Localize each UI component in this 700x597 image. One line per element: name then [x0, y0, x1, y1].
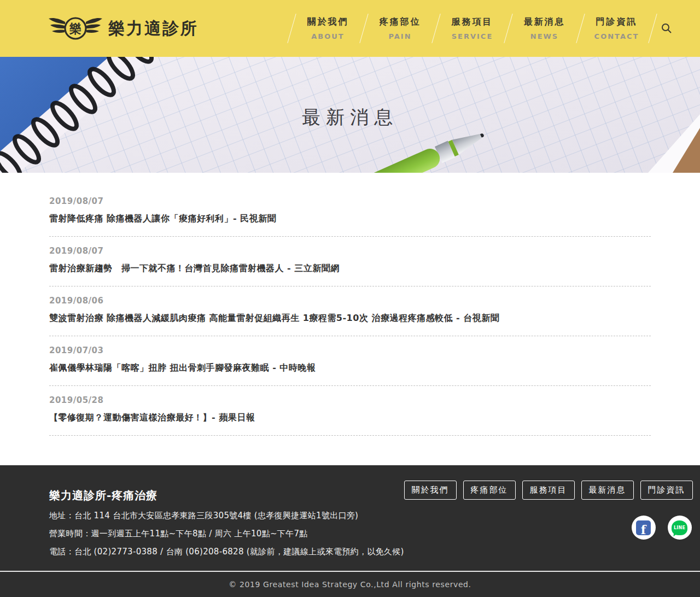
logo-character: 樂 — [69, 22, 81, 36]
footer-address: 地址：台北 114 台北市大安區忠孝東路三段305號4樓 (忠孝復興捷運站1號出… — [49, 511, 404, 521]
footer-button-about[interactable]: 關於我們 — [404, 481, 457, 500]
footer-right: 關於我們 疼痛部位 服務項目 最新消息 門診資訊 f LINE — [404, 465, 693, 571]
news-item[interactable]: 2019/08/07 雷射治療新趨勢 掃一下就不痛！台灣首見除痛雷射機器人 - … — [49, 237, 651, 286]
footer-button-pain[interactable]: 疼痛部位 — [463, 481, 516, 500]
main-nav: 關於我們 ABOUT 疼痛部位 PAIN 服務項目 SERVICE 最新消息 N… — [291, 13, 673, 44]
footer-info: 樂力適診所-疼痛治療 地址：台北 114 台北市大安區忠孝東路三段305號4樓 … — [49, 465, 404, 571]
news-title-link[interactable]: 雷射治療新趨勢 掃一下就不痛！台灣首見除痛雷射機器人 - 三立新聞網 — [49, 263, 651, 274]
news-item[interactable]: 2019/08/06 雙波雷射治療 除痛機器人減緩肌肉痠痛 高能量雷射促組織再生… — [49, 286, 651, 336]
news-title-link[interactable]: 崔佩儀學林瑞陽「喀喀」扭脖 扭出骨刺手腳發麻夜難眠 - 中時晚報 — [49, 362, 651, 374]
nav-label-en: ABOUT — [292, 32, 364, 40]
news-title-link[interactable]: 雷射降低疼痛 除痛機器人讓你「痠痛好利利」- 民視新聞 — [49, 213, 651, 225]
facebook-icon[interactable]: f — [632, 516, 656, 540]
nav-label-en: SERVICE — [436, 32, 508, 40]
line-icon[interactable]: LINE — [668, 516, 692, 540]
search-icon[interactable] — [661, 22, 673, 34]
news-date: 2019/07/03 — [49, 346, 651, 355]
page-title: 最新消息 — [0, 105, 700, 130]
copyright-bar: © 2019 Greatest Idea Strategy Co.,Ltd Al… — [0, 571, 700, 597]
nav-label-zh: 最新消息 — [509, 16, 580, 28]
news-date: 2019/05/28 — [49, 395, 651, 405]
social-links: f LINE — [632, 516, 692, 540]
news-item[interactable]: 2019/07/03 崔佩儀學林瑞陽「喀喀」扭脖 扭出骨刺手腳發麻夜難眠 - 中… — [49, 336, 651, 386]
news-date: 2019/08/07 — [49, 196, 651, 206]
nav-label-zh: 關於我們 — [292, 16, 364, 28]
site-header: 樂 樂力適診所 關於我們 ABOUT 疼痛部位 PAIN 服務項目 SERVIC… — [0, 0, 700, 57]
news-list: 2019/08/07 雷射降低疼痛 除痛機器人讓你「痠痛好利利」- 民視新聞 2… — [0, 173, 700, 465]
news-item[interactable]: 2019/08/07 雷射降低疼痛 除痛機器人讓你「痠痛好利利」- 民視新聞 — [49, 187, 651, 237]
nav-label-zh: 疼痛部位 — [364, 16, 436, 28]
news-item[interactable]: 2019/05/28 【零修復期？運動傷害這樣治療最好！】- 蘋果日報 — [49, 386, 651, 436]
news-title-link[interactable]: 【零修復期？運動傷害這樣治療最好！】- 蘋果日報 — [49, 412, 651, 424]
footer-heading: 樂力適診所-疼痛治療 — [49, 488, 404, 503]
winged-emblem-icon: 樂 — [48, 15, 103, 42]
news-date: 2019/08/07 — [49, 246, 651, 256]
nav-item-contact[interactable]: 門診資訊 CONTACT — [581, 13, 652, 44]
news-title-link[interactable]: 雙波雷射治療 除痛機器人減緩肌肉痠痛 高能量雷射促組織再生 1療程需5-10次 … — [49, 313, 651, 324]
nav-item-about[interactable]: 關於我們 ABOUT — [292, 13, 364, 44]
footer-button-service[interactable]: 服務項目 — [522, 481, 575, 500]
nav-item-service[interactable]: 服務項目 SERVICE — [436, 13, 508, 44]
site-footer: 樂力適診所-疼痛治療 地址：台北 114 台北市大安區忠孝東路三段305號4樓 … — [0, 465, 700, 571]
footer-button-contact[interactable]: 門診資訊 — [640, 481, 693, 500]
facebook-f-glyph: f — [641, 524, 646, 535]
hero-banner: 最新消息 — [0, 57, 700, 173]
footer-hours: 營業時間：週一到週五上午11點~下午8點 / 周六 上午10點~下午7點 — [49, 529, 404, 539]
nav-item-pain[interactable]: 疼痛部位 PAIN — [364, 13, 436, 44]
copyright-text: © 2019 Greatest Idea Strategy Co.,Ltd Al… — [229, 580, 471, 589]
nav-label-en: NEWS — [509, 32, 580, 40]
nav-label-zh: 門診資訊 — [581, 16, 652, 28]
nav-item-news[interactable]: 最新消息 NEWS — [509, 13, 580, 44]
clinic-name: 樂力適診所 — [108, 17, 199, 40]
footer-button-news[interactable]: 最新消息 — [581, 481, 634, 500]
nav-label-en: CONTACT — [581, 32, 652, 40]
clinic-logo[interactable]: 樂 樂力適診所 — [48, 15, 199, 42]
news-date: 2019/08/06 — [49, 296, 651, 306]
footer-phone: 電話：台北 (02)2773-0388 / 台南 (06)208-6828 (就… — [49, 547, 404, 557]
line-label: LINE — [674, 525, 685, 530]
footer-nav: 關於我們 疼痛部位 服務項目 最新消息 門診資訊 — [404, 481, 693, 500]
nav-label-en: PAIN — [364, 32, 436, 40]
nav-label-zh: 服務項目 — [436, 16, 508, 28]
